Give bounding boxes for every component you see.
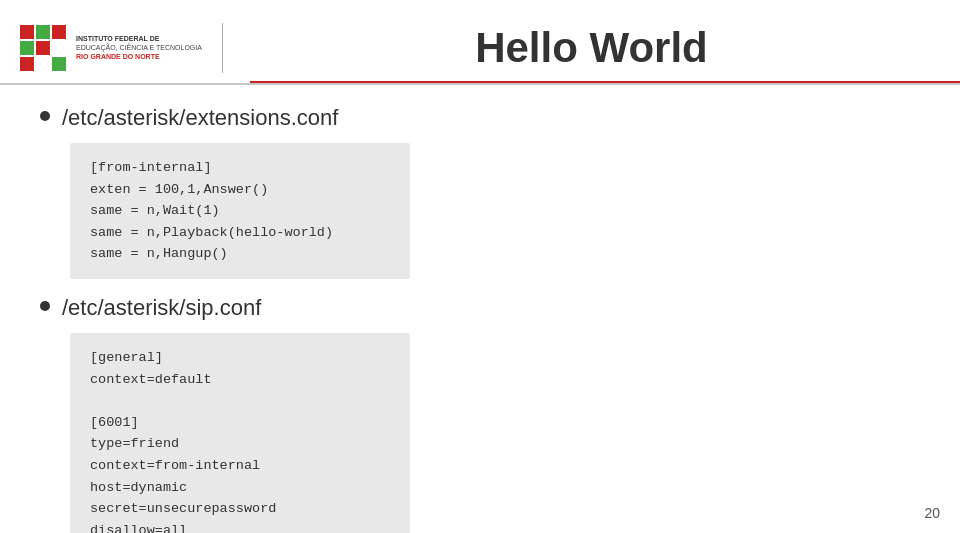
code-line: [general] [90, 347, 390, 369]
header-accent [250, 81, 960, 83]
logo-cell [52, 57, 66, 71]
code-line: [from-internal] [90, 157, 390, 179]
slide-header: Instituto Federal de Educação, Ciência e… [0, 0, 960, 85]
code-line: secret=unsecurepassword [90, 498, 390, 520]
bullet-item-2: /etc/asterisk/sip.conf [40, 295, 920, 321]
logo-grid [20, 25, 66, 71]
code-block-1: [from-internal] exten = 100,1,Answer() s… [70, 143, 410, 279]
logo-line2: Educação, Ciência e Tecnologia [76, 43, 202, 52]
logo-area: Instituto Federal de Educação, Ciência e… [20, 25, 202, 71]
code-line: host=dynamic [90, 477, 390, 499]
bullet-label-1: /etc/asterisk/extensions.conf [62, 105, 338, 131]
logo-cell [36, 25, 50, 39]
page-number: 20 [924, 505, 940, 521]
logo-text: Instituto Federal de Educação, Ciência e… [76, 34, 202, 61]
code-block-2: [general] context=default [6001] type=fr… [70, 333, 410, 533]
bullet-dot-2 [40, 301, 50, 311]
header-divider [222, 23, 223, 73]
logo-line1: Instituto Federal de [76, 34, 202, 43]
code-line: exten = 100,1,Answer() [90, 179, 390, 201]
code-line: same = n,Wait(1) [90, 200, 390, 222]
logo-cell [20, 25, 34, 39]
code-line: same = n,Playback(hello-world) [90, 222, 390, 244]
code-line: context=from-internal [90, 455, 390, 477]
logo-cell [52, 25, 66, 39]
code-line: [6001] [90, 412, 390, 434]
logo-cell [36, 41, 50, 55]
logo-cell [20, 57, 34, 71]
bullet-label-2: /etc/asterisk/sip.conf [62, 295, 261, 321]
bullet-dot-1 [40, 111, 50, 121]
code-line: same = n,Hangup() [90, 243, 390, 265]
code-line: type=friend [90, 433, 390, 455]
logo-cell [52, 41, 66, 55]
slide-content: /etc/asterisk/extensions.conf [from-inte… [0, 85, 960, 533]
logo-line3: Rio Grande do Norte [76, 52, 202, 61]
logo-cell [20, 41, 34, 55]
logo-cell [36, 57, 50, 71]
code-line: context=default [90, 369, 390, 391]
slide-title: Hello World [243, 24, 940, 72]
code-line [90, 390, 390, 412]
bullet-item-1: /etc/asterisk/extensions.conf [40, 105, 920, 131]
code-line: disallow=all [90, 520, 390, 533]
